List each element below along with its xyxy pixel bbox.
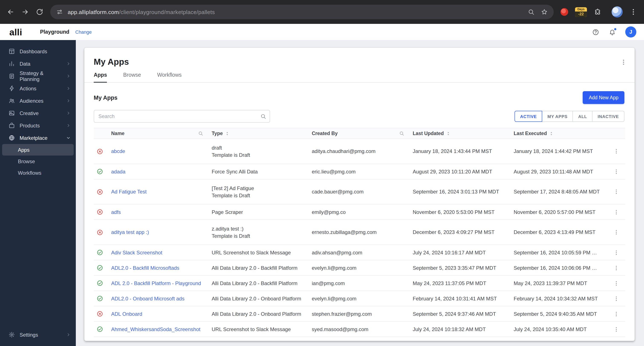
row-menu-icon[interactable] bbox=[613, 189, 619, 195]
page-title: My Apps bbox=[94, 57, 129, 67]
row-menu-icon[interactable] bbox=[613, 229, 619, 235]
sidebar-item-actions[interactable]: Actions bbox=[0, 82, 76, 95]
row-menu-icon[interactable] bbox=[613, 280, 619, 286]
filter-my-apps-button[interactable]: MY APPS bbox=[542, 111, 573, 122]
column-search-icon[interactable] bbox=[399, 131, 404, 136]
column-header-name[interactable]: Name bbox=[111, 131, 212, 136]
sidebar-subitem-browse[interactable]: Browse bbox=[2, 156, 74, 167]
site-info-icon[interactable] bbox=[56, 9, 63, 15]
tab-workflows[interactable]: Workflows bbox=[157, 73, 182, 82]
app-name-link[interactable]: ADL Onboard bbox=[111, 311, 146, 317]
app-name-link[interactable]: Ahmed_WhiskersandSoda_Screenshot bbox=[111, 326, 205, 332]
add-new-app-button[interactable]: Add New App bbox=[583, 91, 624, 104]
row-menu-icon[interactable] bbox=[613, 326, 619, 332]
sidebar-item-products[interactable]: Products bbox=[0, 119, 76, 132]
forward-icon[interactable] bbox=[21, 8, 29, 16]
sidebar-item-settings[interactable]: Settings bbox=[0, 328, 76, 341]
row-menu-icon[interactable] bbox=[613, 311, 619, 317]
notifications-button[interactable] bbox=[609, 28, 616, 36]
app-type-line: [Test 2] Ad Fatigue bbox=[212, 185, 258, 191]
app-name-link[interactable]: ADL2.0 - Backfill Microsoftads bbox=[111, 265, 184, 271]
products-icon bbox=[8, 122, 15, 129]
column-header-last-updated[interactable]: Last Updated bbox=[413, 131, 514, 136]
page-menu-icon[interactable] bbox=[620, 59, 627, 66]
extension-red-icon[interactable] bbox=[560, 8, 568, 16]
help-icon[interactable] bbox=[592, 28, 599, 36]
last-updated: September 16, 2024 3:01:13 PM MDT bbox=[413, 189, 504, 195]
chevron-right-icon bbox=[66, 98, 71, 103]
table-row: abcdedraftTemplate is Draftaditya.chaudh… bbox=[94, 139, 625, 164]
row-menu-icon[interactable] bbox=[613, 249, 619, 255]
row-menu-icon[interactable] bbox=[613, 148, 619, 154]
app-name-link[interactable]: adfs bbox=[111, 209, 125, 215]
created-by: stephen.frazier@pmg.com bbox=[312, 311, 376, 317]
column-search-icon[interactable] bbox=[198, 131, 203, 136]
table-row: ADL OnboardAlli Data Library 2.0 - Onboa… bbox=[94, 306, 625, 322]
table-row: ADL2.0 - Onboard Microsoft adsAlli Data … bbox=[94, 291, 625, 306]
row-menu-icon[interactable] bbox=[613, 169, 619, 174]
filter-active-button[interactable]: ACTIVE bbox=[514, 111, 542, 122]
reload-icon[interactable] bbox=[36, 8, 44, 16]
sidebar: DashboardsDataStrategy & PlanningActions… bbox=[0, 40, 76, 346]
app-name-link[interactable]: adada bbox=[111, 169, 130, 174]
sidebar-item-audiences[interactable]: Audiences bbox=[0, 95, 76, 107]
app-name-link[interactable]: ADL2.0 - Onboard Microsoft ads bbox=[111, 295, 189, 301]
creative-icon bbox=[8, 110, 15, 116]
created-by: syed.masood@pmg.com bbox=[312, 326, 373, 332]
last-executed: August 29, 2023 10:11:48 AM MDT bbox=[514, 169, 597, 174]
status-filter-group: ACTIVEMY APPSALLINACTIVE bbox=[514, 111, 624, 122]
app-type-line: Alli Data Library 2.0 - Backfill Platfor… bbox=[212, 280, 302, 286]
table-row: Ad Fatigue Test[Test 2] Ad FatigueTempla… bbox=[94, 179, 625, 205]
tab-browse[interactable]: Browse bbox=[123, 73, 141, 82]
sidebar-item-data[interactable]: Data bbox=[0, 58, 76, 70]
main-content: My Apps AppsBrowseWorkflows My Apps Add … bbox=[76, 40, 644, 346]
row-menu-icon[interactable] bbox=[613, 265, 619, 271]
change-workspace-link[interactable]: Change bbox=[76, 30, 92, 35]
bookmark-star-icon[interactable] bbox=[541, 9, 548, 15]
created-by: ian@pmg.com bbox=[312, 280, 349, 286]
last-updated: January 18, 2024 1:43:44 PM MST bbox=[413, 148, 496, 154]
sidebar-item-marketplace[interactable]: Marketplace bbox=[0, 132, 76, 144]
extensions-puzzle-icon[interactable] bbox=[594, 8, 602, 16]
browser-menu-icon[interactable] bbox=[630, 8, 637, 16]
column-header-type[interactable]: Type bbox=[212, 131, 312, 136]
table-row: Adiv Slack ScreenshotURL Screenshot to S… bbox=[94, 245, 625, 260]
sidebar-item-strategy-planning[interactable]: Strategy & Planning bbox=[0, 70, 76, 82]
tab-apps[interactable]: Apps bbox=[94, 73, 107, 82]
column-label: Last Executed bbox=[514, 131, 547, 136]
last-executed: November 6, 2020 5:57:00 PM MST bbox=[514, 209, 600, 215]
app-name-link[interactable]: aditya test app :) bbox=[111, 229, 153, 235]
search-input[interactable] bbox=[94, 110, 270, 123]
sidebar-item-dashboards[interactable]: Dashboards bbox=[0, 45, 76, 58]
filter-inactive-button[interactable]: INACTIVE bbox=[592, 111, 624, 122]
table-row: adadaForce Sync Alli Dataeric.lieu@pmg.c… bbox=[94, 164, 625, 179]
sort-icon[interactable] bbox=[549, 131, 554, 136]
sidebar-subitem-workflows[interactable]: Workflows bbox=[2, 167, 74, 179]
column-header-last-executed[interactable]: Last Executed bbox=[514, 131, 605, 136]
sidebar-item-creative[interactable]: Creative bbox=[0, 107, 76, 119]
app-name-link[interactable]: ADL 2.0 - Backfill Platform - Playground bbox=[111, 280, 205, 286]
last-updated: July 24, 2024 10:16:17 AM MDT bbox=[413, 249, 490, 255]
chevron-right-icon bbox=[66, 332, 71, 337]
sidebar-subitem-apps[interactable]: Apps bbox=[2, 144, 74, 156]
url-bar[interactable]: app.alliplatform.com/client/playground/m… bbox=[50, 5, 554, 19]
sort-icon[interactable] bbox=[446, 131, 451, 136]
column-header-created-by[interactable]: Created By bbox=[312, 131, 413, 136]
table-row: Ahmed_WhiskersandSoda_ScreenshotURL Scre… bbox=[94, 322, 625, 337]
row-menu-icon[interactable] bbox=[613, 295, 619, 301]
sidebar-item-label: Actions bbox=[20, 85, 36, 91]
section-title: My Apps bbox=[94, 94, 118, 101]
sort-icon[interactable] bbox=[225, 131, 230, 136]
filter-all-button[interactable]: ALL bbox=[573, 111, 592, 122]
browser-profile-avatar[interactable] bbox=[612, 7, 623, 18]
app-name-link[interactable]: Ad Fatigue Test bbox=[111, 189, 151, 195]
created-by: cade.bauer@pmg.com bbox=[312, 189, 368, 195]
row-menu-icon[interactable] bbox=[613, 209, 619, 215]
user-avatar[interactable]: J bbox=[625, 27, 636, 38]
error-status-icon bbox=[97, 189, 103, 195]
zoom-icon[interactable] bbox=[528, 9, 534, 15]
days-extension-badge[interactable]: Days -22 bbox=[575, 7, 587, 17]
app-name-link[interactable]: Adiv Slack Screenshot bbox=[111, 249, 166, 255]
back-icon[interactable] bbox=[7, 8, 14, 16]
app-name-link[interactable]: abcde bbox=[111, 148, 129, 154]
